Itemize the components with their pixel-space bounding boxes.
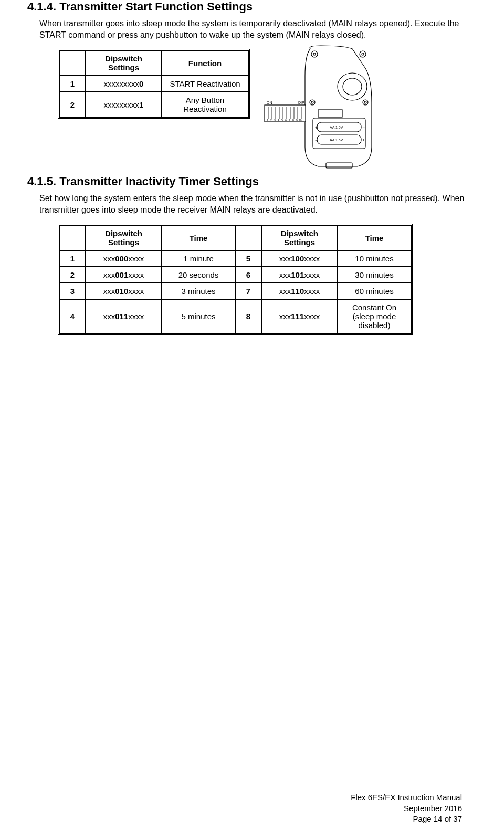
dip-setting: xxx001xxxx [86,267,162,283]
time-value: 1 minute [162,250,235,267]
svg-point-0 [311,51,318,57]
svg-text:−: − [362,125,365,130]
row-number: 8 [235,299,261,333]
svg-text:4: 4 [278,119,279,122]
time-value: 3 minutes [162,283,235,299]
time-value: 20 seconds [162,267,235,283]
table-header-dip: Dipswitch Settings [261,225,338,250]
dip-setting: xxx110xxxx [261,283,338,299]
svg-point-7 [311,101,313,103]
section-414-heading: 4.1.4. Transmitter Start Function Settin… [27,0,472,14]
table-header-blank [59,50,86,76]
row-number: 1 [59,250,86,267]
dip-setting: xxx010xxxx [86,283,162,299]
table-header-dip: Dipswitch Settings [86,225,162,250]
row-number: 2 [59,92,86,117]
svg-text:DIP: DIP [298,101,304,104]
svg-text:6: 6 [285,119,287,122]
row-number: 2 [59,267,86,283]
svg-text:9: 9 [296,119,298,122]
svg-text:7: 7 [289,119,290,122]
footer-date: September 2016 [351,803,462,814]
table-header-function: Function [162,50,248,76]
svg-text:3: 3 [274,119,276,122]
table-header-time: Time [338,225,411,250]
svg-text:AA 1.5V: AA 1.5V [330,125,343,129]
svg-text:2: 2 [270,119,272,122]
svg-rect-10 [313,118,365,149]
svg-point-2 [360,51,366,57]
dip-setting: xxxxxxxxx1 [86,92,162,117]
svg-point-5 [343,78,362,95]
section-415-body: Set how long the system enters the sleep… [39,193,472,215]
page-footer: Flex 6ES/EX Instruction Manual September… [351,792,462,824]
row-number: 6 [235,267,261,283]
table-row: 4 xxx011xxxx 5 minutes 8 xxx111xxxx Cons… [59,299,411,333]
table-row: 3 xxx010xxxx 3 minutes 7 xxx110xxxx 60 m… [59,283,411,299]
table-header-blank [235,225,261,250]
svg-point-4 [338,73,367,100]
time-value: 10 minutes [338,250,411,267]
dip-setting: xxx000xxxx [86,250,162,267]
row-number: 5 [235,250,261,267]
table-header-blank [59,225,86,250]
table-row: 2 xxx001xxxx 20 seconds 6 xxx101xxxx 30 … [59,267,411,283]
inactivity-timer-table: Dipswitch Settings Time Dipswitch Settin… [58,224,413,335]
time-value: Constant On (sleep mode disabled) [338,299,411,333]
function-value: START Reactivation [162,76,248,92]
svg-text:−: − [315,138,318,143]
svg-text:ON: ON [267,101,272,104]
time-value: 5 minutes [162,299,235,333]
dip-setting: xxx111xxxx [261,299,338,333]
row-number: 3 [59,283,86,299]
svg-rect-39 [318,110,342,117]
svg-point-9 [364,101,366,103]
svg-text:+: + [315,125,318,130]
transmitter-diagram: + − − + [260,45,381,173]
footer-title: Flex 6ES/EX Instruction Manual [351,792,462,803]
row-number: 4 [59,299,86,333]
svg-text:5: 5 [281,119,283,122]
start-function-table: Dipswitch Settings Function 1 xxxxxxxxx0… [58,49,250,119]
dip-setting: xxx101xxxx [261,267,338,283]
time-value: 30 minutes [338,267,411,283]
function-value: Any Button Reactivation [162,92,248,117]
svg-point-8 [363,100,368,105]
svg-text:10: 10 [299,119,302,122]
table-row: 1 xxx000xxxx 1 minute 5 xxx100xxxx 10 mi… [59,250,411,267]
dip-setting: xxx011xxxx [86,299,162,333]
svg-point-1 [313,53,316,55]
svg-text:+: + [362,138,365,143]
dip-setting: xxx100xxxx [261,250,338,267]
section-414-body: When transmitter goes into sleep mode th… [39,18,472,40]
svg-text:AA 1.5V: AA 1.5V [330,138,343,142]
table-header-dip: Dipswitch Settings [86,50,162,76]
svg-point-3 [362,53,364,55]
row-number: 1 [59,76,86,92]
row-number: 7 [235,283,261,299]
time-value: 60 minutes [338,283,411,299]
table-header-time: Time [162,225,235,250]
footer-page: Page 14 of 37 [351,814,462,824]
svg-point-6 [310,100,315,105]
table-row: 1 xxxxxxxxx0 START Reactivation [59,76,248,92]
svg-text:1: 1 [267,119,268,122]
section-415-heading: 4.1.5. Transmitter Inactivity Timer Sett… [27,175,472,188]
svg-text:8: 8 [292,119,294,122]
dip-setting: xxxxxxxxx0 [86,76,162,92]
svg-rect-17 [326,163,352,168]
table-row: 2 xxxxxxxxx1 Any Button Reactivation [59,92,248,117]
